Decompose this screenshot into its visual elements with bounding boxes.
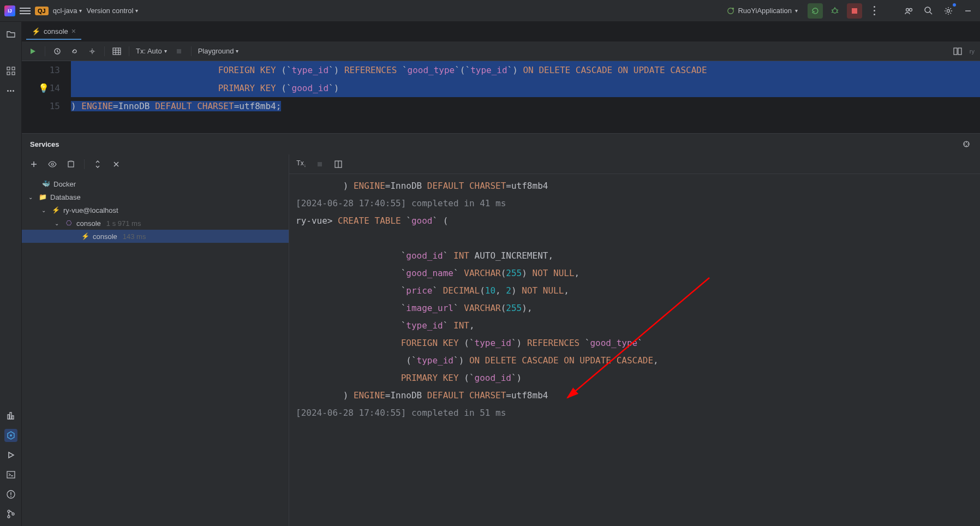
run-tool-icon[interactable] bbox=[4, 449, 17, 462]
svg-rect-40 bbox=[318, 162, 322, 166]
bulb-icon[interactable]: 💡 bbox=[38, 79, 49, 90]
datasource-icon: ⚡ bbox=[51, 206, 60, 214]
code-line-13[interactable]: FOREIGN KEY (`type_id`) REFERENCES `good… bbox=[71, 61, 980, 79]
datasource-label: ry bbox=[970, 48, 975, 55]
svg-point-36 bbox=[51, 163, 53, 165]
expand-collapse-button[interactable] bbox=[92, 159, 103, 170]
editor-tabs: ⚡ console × bbox=[22, 22, 980, 41]
settings-button[interactable] bbox=[941, 3, 956, 19]
code-with-me-button[interactable] bbox=[901, 3, 917, 19]
svg-rect-28 bbox=[958, 48, 961, 55]
playground-label: Playground bbox=[198, 47, 234, 55]
terminal-tool-icon[interactable] bbox=[4, 468, 17, 481]
chevron-down-icon: ▾ bbox=[164, 48, 167, 54]
svg-line-12 bbox=[930, 12, 932, 14]
svg-point-1 bbox=[732, 7, 734, 9]
services-tool-icon[interactable] bbox=[4, 429, 17, 442]
svg-point-51 bbox=[12, 513, 14, 515]
build-tool-icon[interactable] bbox=[4, 409, 17, 422]
minimize-button[interactable] bbox=[960, 3, 976, 19]
code-line-14[interactable]: 💡 PRIMARY KEY (`good_id`) bbox=[71, 79, 980, 97]
vcs-menu[interactable]: Version control▾ bbox=[86, 7, 138, 15]
svg-point-2 bbox=[833, 9, 837, 13]
more-tool-icon[interactable] bbox=[4, 84, 17, 97]
tree-docker[interactable]: 🐳 Docker bbox=[22, 177, 289, 190]
open-button[interactable] bbox=[65, 159, 76, 170]
code-line-15[interactable]: ) ENGINE=InnoDB DEFAULT CHARSET=utf8mb4; bbox=[71, 97, 980, 115]
tree-datasource[interactable]: ⌄ ⚡ ry-vue@localhost bbox=[22, 204, 289, 217]
execute-button[interactable] bbox=[27, 46, 38, 57]
search-button[interactable] bbox=[921, 3, 936, 19]
svg-line-7 bbox=[837, 12, 838, 13]
settings-icon[interactable] bbox=[87, 46, 98, 57]
code-editor[interactable]: 13 14 15 FOREIGN KEY (`type_id`) REFEREN… bbox=[22, 61, 980, 133]
tx-mode-selector[interactable]: Tx: Auto▾ bbox=[136, 47, 167, 55]
svg-line-4 bbox=[832, 10, 833, 10]
panel-options-icon[interactable] bbox=[961, 139, 972, 150]
rerun-button[interactable] bbox=[808, 3, 823, 19]
services-tree[interactable]: 🐳 Docker ⌄ 📁 Database ⌄ ⚡ ry-vue@ bbox=[22, 174, 289, 526]
tree-database[interactable]: ⌄ 📁 Database bbox=[22, 190, 289, 204]
chevron-down-icon: ▾ bbox=[795, 8, 798, 14]
docker-icon: 🐳 bbox=[41, 180, 50, 188]
tx-label: Tx: Auto bbox=[136, 47, 162, 55]
svg-rect-16 bbox=[12, 67, 15, 70]
console-output[interactable]: ) ENGINE=InnoDB DEFAULT CHARSET=utf8mb4 … bbox=[289, 174, 980, 526]
svg-point-49 bbox=[8, 510, 10, 512]
svg-rect-18 bbox=[12, 72, 15, 75]
more-button[interactable] bbox=[867, 3, 882, 19]
add-button[interactable] bbox=[28, 159, 39, 170]
tree-label: Database bbox=[50, 193, 81, 201]
close-icon[interactable]: × bbox=[71, 27, 76, 35]
tab-console[interactable]: ⚡ console × bbox=[26, 23, 81, 40]
table-view-button[interactable] bbox=[111, 46, 122, 57]
svg-rect-15 bbox=[7, 67, 10, 70]
problems-tool-icon[interactable] bbox=[4, 488, 17, 501]
hamburger-icon[interactable] bbox=[20, 5, 31, 16]
commit-button bbox=[174, 46, 184, 57]
project-selector[interactable]: qcl-java▾ bbox=[53, 7, 82, 15]
git-tool-icon[interactable] bbox=[4, 507, 17, 521]
sql-icon: ⚡ bbox=[81, 232, 89, 241]
tree-console-item[interactable]: ⚡ console 143 ms bbox=[22, 230, 289, 243]
sql-icon: ⚡ bbox=[32, 27, 40, 35]
close-tree-button[interactable] bbox=[111, 159, 122, 170]
svg-point-20 bbox=[91, 50, 93, 52]
chevron-down-icon: ▾ bbox=[135, 8, 138, 14]
project-badge: QJ bbox=[35, 7, 49, 15]
svg-rect-17 bbox=[7, 72, 10, 75]
layout-button[interactable] bbox=[333, 159, 344, 170]
show-button[interactable] bbox=[47, 159, 58, 170]
svg-rect-37 bbox=[68, 162, 74, 167]
stop-console-button bbox=[314, 159, 325, 170]
svg-line-6 bbox=[832, 12, 833, 13]
svg-rect-21 bbox=[113, 48, 121, 55]
tree-label: Docker bbox=[53, 180, 76, 188]
svg-point-44 bbox=[10, 434, 12, 437]
app-icon: IJ bbox=[4, 5, 15, 16]
debug-button[interactable] bbox=[827, 3, 842, 19]
run-config-name: RuoYiApplication bbox=[738, 7, 792, 15]
tx-button[interactable]: Tx↓ bbox=[296, 159, 307, 170]
svg-rect-27 bbox=[954, 48, 957, 55]
panel-title: Services bbox=[30, 140, 59, 148]
structure-tool-icon[interactable] bbox=[4, 64, 17, 77]
run-config-selector[interactable]: RuoYiApplication ▾ bbox=[721, 4, 803, 17]
split-button[interactable] bbox=[952, 46, 963, 57]
editor-toolbar: Tx: Auto▾ Playground▾ ry bbox=[22, 41, 980, 61]
rollback-button[interactable] bbox=[69, 46, 80, 57]
chevron-down-icon: ▾ bbox=[236, 48, 238, 54]
stop-button[interactable] bbox=[847, 3, 862, 19]
project-tool-icon[interactable] bbox=[4, 27, 17, 40]
console-output-pane: Tx↓ ) ENGINE=InnoDB DEFAULT CHARSET=utf8… bbox=[289, 154, 980, 526]
svg-point-48 bbox=[10, 496, 11, 497]
svg-line-5 bbox=[837, 10, 838, 10]
history-button[interactable] bbox=[52, 46, 63, 57]
bottom-tool-gutter bbox=[0, 409, 22, 526]
folder-icon: 📁 bbox=[38, 193, 47, 201]
playground-selector[interactable]: Playground▾ bbox=[198, 47, 239, 55]
tree-console-group[interactable]: ⌄ ⎔ console 1 s 971 ms bbox=[22, 217, 289, 230]
svg-rect-8 bbox=[852, 8, 857, 14]
console-group-icon: ⎔ bbox=[64, 219, 73, 228]
tree-time: 1 s 971 ms bbox=[106, 219, 141, 228]
